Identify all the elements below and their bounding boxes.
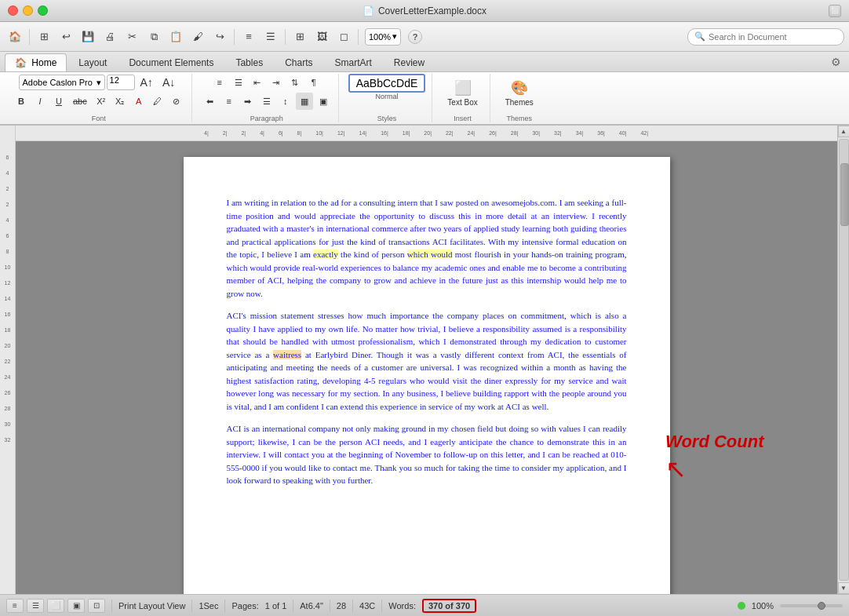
outdent-button[interactable]: ⇤ [249, 74, 266, 91]
document-area: 6 4 2 2 4 6 8 10 12 14 16 18 20 22 24 26… [0, 126, 849, 594]
print-icon[interactable]: 🖨 [100, 27, 120, 47]
minimize-button[interactable] [23, 5, 33, 16]
search-input[interactable] [709, 32, 837, 42]
indent-button[interactable]: ⇥ [268, 74, 285, 91]
tab-home[interactable]: 🏠 Home [5, 53, 67, 71]
sort-button[interactable]: ⇅ [286, 74, 304, 91]
insert-textbox-button[interactable]: ⬜ Text Box [442, 74, 483, 111]
view-btn-2[interactable]: ☰ [27, 599, 44, 613]
font-name-selector[interactable]: Adobe Caslon Pro ▾ [19, 75, 105, 90]
numbered-button[interactable]: ☰ [230, 74, 247, 91]
undo-icon[interactable]: ↩ [56, 27, 76, 47]
redo-icon[interactable]: ↪ [210, 27, 230, 47]
tab-document-elements-label: Document Elements [129, 57, 213, 68]
borders-button[interactable]: ▣ [315, 93, 332, 110]
search-icon: 🔍 [694, 31, 705, 42]
view-btn-3[interactable]: ⬜ [47, 599, 64, 613]
clear-format-button[interactable]: ⊘ [168, 93, 185, 110]
underline-button[interactable]: U [50, 93, 67, 110]
zoom-slider[interactable] [780, 604, 843, 607]
insert-group-label: Insert [454, 115, 472, 122]
close-button[interactable] [8, 5, 18, 16]
tab-review[interactable]: Review [384, 53, 435, 71]
scroll-thumb[interactable] [840, 163, 849, 226]
tab-layout[interactable]: Layout [68, 53, 117, 71]
ruler-left-mark: 24 [5, 369, 11, 385]
ribbon-settings-icon[interactable]: ⚙ [828, 53, 844, 71]
show-marks-button[interactable]: ¶ [305, 74, 322, 91]
save-icon[interactable]: 💾 [78, 27, 98, 47]
textbox-icon: ⬜ [454, 79, 472, 97]
themes-button[interactable]: 🎨 Themes [500, 74, 539, 111]
ruler-left-mark: 28 [5, 400, 11, 416]
tab-charts-label: Charts [285, 57, 312, 68]
scroll-down-button[interactable]: ▼ [838, 582, 850, 594]
zoom-selector[interactable]: 100% ▾ [365, 28, 401, 46]
ribbon-tabs: 🏠 Home Layout Document Elements Tables C… [0, 52, 849, 72]
paragraph-2: ACI's mission statement stresses how muc… [227, 309, 627, 413]
ribbon-group-paragraph: ≡ ☰ ⇤ ⇥ ⇅ ¶ ⬅ ≡ ➡ ☰ ↕ ▦ ▣ Paragraph [195, 74, 339, 122]
tab-document-elements[interactable]: Document Elements [118, 53, 224, 71]
font-grow-button[interactable]: A↑ [137, 74, 157, 91]
view-btn-1[interactable]: ≡ [6, 599, 24, 613]
paste-icon[interactable]: 📋 [166, 27, 186, 47]
bullet-list-icon[interactable]: ≡ [239, 27, 259, 47]
help-button[interactable]: ? [408, 30, 422, 44]
align-left-button[interactable]: ⬅ [202, 93, 219, 110]
highlight-button[interactable]: 🖊 [149, 93, 166, 110]
photo-icon[interactable]: 🖼 [312, 27, 332, 47]
font-size-value: 12 [110, 75, 119, 85]
ruler-left-mark: 20 [5, 337, 11, 353]
line-spacing-button[interactable]: ↕ [277, 93, 294, 110]
view-btn-5[interactable]: ⊡ [88, 599, 105, 613]
table-icon[interactable]: ⊞ [290, 27, 310, 47]
style-normal-label: Normal [376, 93, 399, 100]
style-normal-preview[interactable]: AaBbCcDdE [348, 74, 426, 93]
status-bar: ≡ ☰ ⬜ ▣ ⊡ Print Layout View 1Sec Pages: … [0, 594, 849, 616]
bullets-button[interactable]: ≡ [211, 74, 228, 91]
ruler-left-mark: 4 [6, 212, 9, 228]
ruler-left-mark: 6 [6, 228, 9, 243]
strikethrough-button[interactable]: abc [69, 93, 91, 110]
justify-button[interactable]: ☰ [258, 93, 275, 110]
tab-charts[interactable]: Charts [275, 53, 322, 71]
format-painter-icon[interactable]: 🖌 [188, 27, 208, 47]
ribbon-group-styles: AaBbCcDdE Normal Styles [342, 74, 433, 122]
top-ruler: 4|2| 2|4| 6|8| 10|12| 14|16| 18|20| 22|2… [16, 126, 837, 141]
view-btn-4[interactable]: ▣ [67, 599, 85, 613]
align-center-button[interactable]: ≡ [220, 93, 238, 110]
scissors-icon[interactable]: ✂ [122, 27, 142, 47]
toolbar-separator-4 [358, 29, 359, 45]
tab-smartart[interactable]: SmartArt [324, 53, 381, 71]
ruler-left-mark: 2 [6, 196, 9, 212]
maximize-button[interactable] [38, 5, 48, 16]
status-pages-label: Pages: [231, 601, 258, 611]
search-box[interactable]: 🔍 [687, 28, 844, 46]
status-zoom: 100% [752, 601, 774, 611]
font-color-button[interactable]: A [130, 93, 148, 110]
font-shrink-button[interactable]: A↓ [159, 74, 179, 91]
shape-icon[interactable]: ◻ [333, 27, 354, 47]
bold-button[interactable]: B [13, 93, 30, 110]
align-right-button[interactable]: ➡ [239, 93, 257, 110]
shading-button[interactable]: ▦ [296, 93, 313, 110]
scroll-track[interactable] [839, 139, 849, 581]
scroll-up-button[interactable]: ▲ [838, 126, 850, 137]
subscript-button[interactable]: X₂ [111, 93, 129, 110]
copy-icon[interactable]: ⧉ [144, 27, 164, 47]
font-size-selector[interactable]: 12 [107, 75, 135, 90]
home-icon[interactable]: 🏠 [5, 27, 25, 47]
ruler-left-mark: 2 [6, 180, 9, 196]
window-resize-button[interactable]: ⬜ [829, 5, 841, 17]
document-content[interactable]: I am writing in relation to the ad for a… [227, 196, 627, 487]
numbered-list-icon[interactable]: ☰ [261, 27, 281, 47]
zoom-slider-thumb[interactable] [818, 602, 825, 610]
document-scroll[interactable]: I am writing in relation to the ad for a… [16, 141, 837, 594]
superscript-button[interactable]: X² [93, 93, 110, 110]
right-scrollbar: ▲ ▼ [837, 126, 849, 594]
zoom-dropdown-icon[interactable]: ▾ [392, 31, 397, 42]
tab-tables[interactable]: Tables [225, 53, 273, 71]
font-name-dropdown[interactable]: ▾ [97, 78, 101, 88]
italic-button[interactable]: I [31, 93, 49, 110]
grid-view-icon[interactable]: ⊞ [34, 27, 54, 47]
